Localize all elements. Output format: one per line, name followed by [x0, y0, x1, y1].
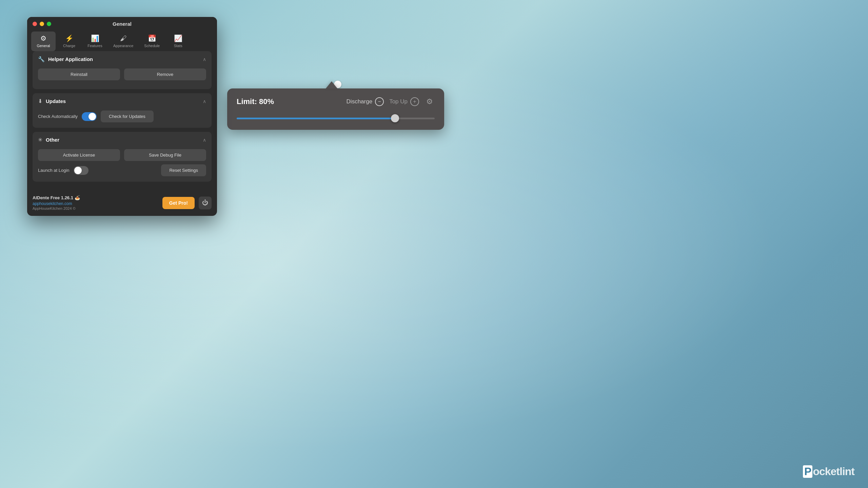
footer-info: AlDente Free 1.26.1 🍝 apphousekitchen.co… [33, 195, 158, 210]
tab-charge-label: Charge [63, 44, 75, 48]
tab-appearance[interactable]: 🖌 Appearance [108, 32, 138, 51]
launch-login-toggle[interactable] [74, 166, 88, 175]
app-window: General ⚙ General ⚡ Charge 📊 Features 🖌 … [27, 17, 217, 216]
maximize-button[interactable] [47, 22, 51, 26]
tab-schedule-label: Schedule [144, 44, 160, 48]
launch-login-label: Launch at Login [38, 168, 70, 173]
helper-application-header[interactable]: 🔧 Helper Application ∧ [33, 51, 212, 67]
tab-schedule[interactable]: 📅 Schedule [139, 32, 164, 51]
limit-label: Limit: [237, 97, 257, 106]
tab-stats[interactable]: 📈 Stats [166, 32, 190, 51]
title-bar: General [27, 17, 217, 29]
other-body: Activate License Save Debug File Launch … [33, 148, 212, 182]
traffic-lights [33, 22, 51, 26]
launch-login-knob [74, 167, 82, 174]
other-chevron-icon: ∧ [203, 137, 206, 143]
check-auto-label: Check Automatically [38, 114, 78, 119]
popup-actions: Discharge − Top Up + ⚙ [347, 97, 435, 107]
helper-application-section: 🔧 Helper Application ∧ Reinstall Remove [33, 51, 212, 89]
remove-button[interactable]: Remove [124, 68, 206, 80]
updates-header[interactable]: ⬇ Updates ∧ [33, 93, 212, 109]
reinstall-button[interactable]: Reinstall [38, 68, 120, 80]
features-icon: 📊 [91, 34, 99, 42]
reset-settings-button[interactable]: Reset Settings [161, 164, 206, 176]
updates-body: Check Automatically Check for Updates [33, 109, 212, 128]
save-debug-button[interactable]: Save Debug File [124, 149, 206, 161]
check-auto-toggle[interactable] [82, 112, 97, 121]
other-header-left: ✳ Other [38, 137, 59, 143]
slider-thumb[interactable] [391, 114, 399, 122]
watermark: Pocketlint [803, 465, 854, 478]
close-button[interactable] [33, 22, 37, 26]
stats-icon: 📈 [174, 34, 182, 42]
general-icon: ⚙ [40, 34, 46, 42]
popup-gear-icon: ⚙ [426, 97, 433, 106]
discharge-button[interactable]: Discharge − [347, 97, 384, 106]
tab-features-label: Features [87, 44, 102, 48]
power-icon: ⏻ [202, 199, 208, 206]
updates-title: Updates [46, 98, 66, 104]
charge-slider[interactable] [237, 115, 435, 122]
watermark-p: P [803, 465, 812, 478]
popup-tail [326, 81, 338, 89]
tab-bar: ⚙ General ⚡ Charge 📊 Features 🖌 Appearan… [27, 29, 217, 51]
other-section: ✳ Other ∧ Activate License Save Debug Fi… [33, 132, 212, 182]
other-icon: ✳ [38, 137, 42, 143]
updates-chevron-icon: ∧ [203, 99, 206, 104]
app-name: AlDente Free 1.26.1 🍝 [33, 195, 158, 200]
tab-features[interactable]: 📊 Features [83, 32, 107, 51]
slider-fill [237, 118, 395, 119]
tab-appearance-label: Appearance [113, 44, 133, 48]
popup-gear-button[interactable]: ⚙ [425, 97, 435, 107]
power-button[interactable]: ⏻ [199, 197, 212, 209]
footer: AlDente Free 1.26.1 🍝 apphousekitchen.co… [27, 191, 217, 216]
tab-general-label: General [37, 44, 50, 48]
app-url-link[interactable]: apphousekitchen.com [33, 201, 72, 206]
charge-icon: ⚡ [65, 34, 74, 42]
discharge-icon: − [375, 97, 384, 106]
helper-title: Helper Application [48, 56, 93, 62]
minimize-button[interactable] [40, 22, 44, 26]
top-up-button[interactable]: Top Up + [389, 97, 419, 106]
get-pro-button[interactable]: Get Pro! [162, 197, 195, 209]
appearance-icon: 🖌 [120, 35, 127, 42]
check-auto-row: Check Automatically Check for Updates [38, 110, 206, 122]
watermark-text: ocketlint [813, 465, 854, 478]
toggle-knob [88, 113, 96, 120]
other-title: Other [46, 137, 59, 143]
activate-license-button[interactable]: Activate License [38, 149, 120, 161]
launch-login-row: Launch at Login Reset Settings [38, 164, 206, 176]
top-up-label: Top Up [389, 98, 408, 105]
content-area: 🔧 Helper Application ∧ Reinstall Remove … [27, 51, 217, 191]
updates-section: ⬇ Updates ∧ Check Automatically Check fo… [33, 93, 212, 128]
tab-general[interactable]: ⚙ General [31, 32, 56, 51]
helper-chevron-icon: ∧ [203, 57, 206, 62]
updates-icon: ⬇ [38, 98, 42, 104]
slider-track [237, 118, 435, 119]
helper-btn-row: Reinstall Remove [38, 68, 206, 80]
top-up-icon: + [410, 97, 419, 106]
limit-display: Limit: 80% [237, 97, 274, 106]
window-title: General [113, 21, 132, 27]
other-header[interactable]: ✳ Other ∧ [33, 132, 212, 148]
helper-header-left: 🔧 Helper Application [38, 56, 93, 62]
schedule-icon: 📅 [148, 34, 156, 42]
limit-value: 80% [259, 97, 274, 106]
popup-box: Limit: 80% Discharge − Top Up + ⚙ [227, 88, 444, 130]
discharge-label: Discharge [347, 98, 373, 105]
popup-widget: Limit: 80% Discharge − Top Up + ⚙ [227, 81, 444, 130]
popup-top-row: Limit: 80% Discharge − Top Up + ⚙ [237, 97, 435, 107]
tab-stats-label: Stats [174, 44, 182, 48]
helper-icon: 🔧 [38, 56, 45, 62]
app-copyright: AppHouseKitchen 2024 © [33, 206, 158, 210]
other-btn-row-1: Activate License Save Debug File [38, 149, 206, 161]
updates-header-left: ⬇ Updates [38, 98, 66, 104]
tab-charge[interactable]: ⚡ Charge [57, 32, 81, 51]
check-updates-button[interactable]: Check for Updates [101, 110, 154, 122]
helper-body: Reinstall Remove [33, 67, 212, 89]
